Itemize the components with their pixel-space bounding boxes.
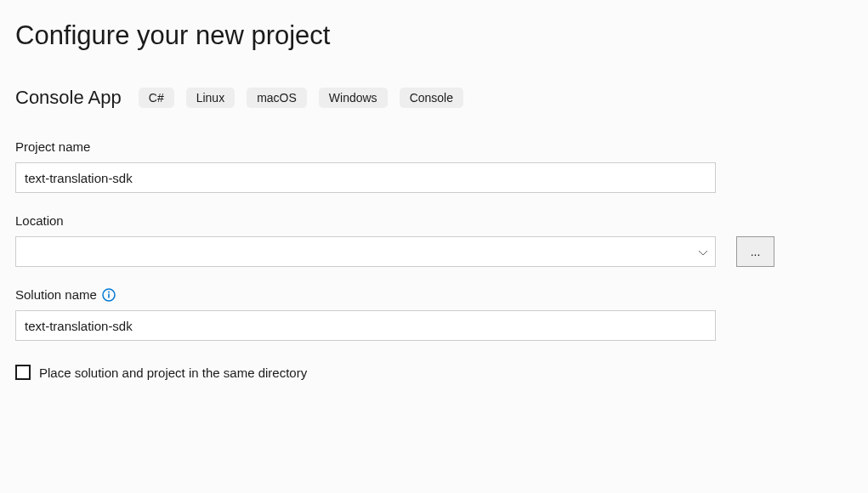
solution-name-label: Solution name [15,287,853,302]
template-tag: Console [400,88,463,108]
solution-name-input[interactable] [15,310,716,341]
template-tag: Linux [186,88,235,108]
same-directory-checkbox[interactable] [15,365,31,380]
project-name-label: Project name [15,139,853,154]
svg-rect-2 [108,293,110,298]
solution-name-group: Solution name [15,287,853,341]
location-input[interactable] [15,236,716,267]
browse-location-button[interactable]: ... [736,236,774,267]
svg-point-1 [108,291,110,292]
template-tag: Windows [319,88,388,108]
template-tag: C# [139,88,174,108]
location-label: Location [15,213,853,228]
same-directory-row: Place solution and project in the same d… [15,365,853,380]
project-name-group: Project name [15,139,853,193]
solution-name-label-text: Solution name [15,287,97,302]
template-tag: macOS [247,88,307,108]
same-directory-label[interactable]: Place solution and project in the same d… [39,366,307,380]
template-name: Console App [15,87,122,109]
info-icon[interactable] [102,288,116,302]
location-group: Location ... [15,213,853,267]
template-info-row: Console App C# Linux macOS Windows Conso… [15,87,853,109]
project-name-input[interactable] [15,162,716,193]
page-title: Configure your new project [15,20,853,51]
location-combo[interactable] [15,236,716,267]
